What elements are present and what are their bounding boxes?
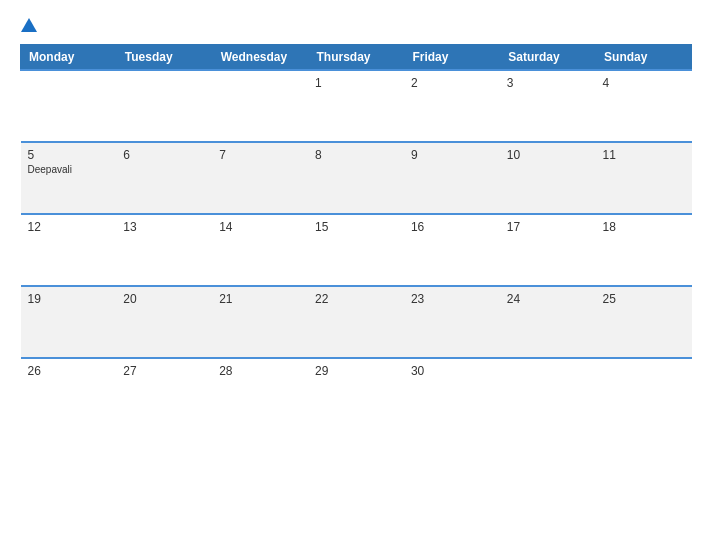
calendar-cell: 28 — [212, 358, 308, 430]
calendar-week-row: 1234 — [21, 70, 692, 142]
calendar-day-header: Wednesday — [212, 45, 308, 71]
day-number: 22 — [315, 292, 397, 306]
calendar-cell: 6 — [116, 142, 212, 214]
calendar-cell: 1 — [308, 70, 404, 142]
day-number: 27 — [123, 364, 205, 378]
calendar-cell: 10 — [500, 142, 596, 214]
calendar-week-row: 2627282930 — [21, 358, 692, 430]
calendar-day-header: Sunday — [596, 45, 692, 71]
day-number: 18 — [603, 220, 685, 234]
calendar-day-header: Friday — [404, 45, 500, 71]
calendar-cell: 5Deepavali — [21, 142, 117, 214]
calendar-cell: 27 — [116, 358, 212, 430]
calendar-cell: 17 — [500, 214, 596, 286]
calendar-cell: 23 — [404, 286, 500, 358]
day-number: 1 — [315, 76, 397, 90]
logo-triangle-icon — [21, 18, 37, 32]
calendar-cell: 9 — [404, 142, 500, 214]
calendar-cell: 22 — [308, 286, 404, 358]
day-number: 17 — [507, 220, 589, 234]
calendar-cell: 7 — [212, 142, 308, 214]
calendar-cell: 8 — [308, 142, 404, 214]
day-number: 15 — [315, 220, 397, 234]
calendar-cell: 2 — [404, 70, 500, 142]
header — [20, 18, 692, 34]
day-number: 16 — [411, 220, 493, 234]
day-number: 21 — [219, 292, 301, 306]
calendar-cell: 30 — [404, 358, 500, 430]
calendar-cell: 15 — [308, 214, 404, 286]
calendar-table: MondayTuesdayWednesdayThursdayFridaySatu… — [20, 44, 692, 430]
calendar-cell: 19 — [21, 286, 117, 358]
calendar-cell — [212, 70, 308, 142]
day-number: 11 — [603, 148, 685, 162]
calendar-cell — [21, 70, 117, 142]
calendar-cell: 20 — [116, 286, 212, 358]
calendar-cell: 13 — [116, 214, 212, 286]
day-number: 14 — [219, 220, 301, 234]
calendar-cell: 25 — [596, 286, 692, 358]
logo — [20, 18, 37, 34]
day-number: 10 — [507, 148, 589, 162]
day-number: 23 — [411, 292, 493, 306]
day-number: 12 — [28, 220, 110, 234]
calendar-page: MondayTuesdayWednesdayThursdayFridaySatu… — [0, 0, 712, 550]
calendar-day-header: Monday — [21, 45, 117, 71]
day-number: 20 — [123, 292, 205, 306]
country-label — [612, 18, 692, 26]
calendar-cell: 24 — [500, 286, 596, 358]
calendar-cell: 4 — [596, 70, 692, 142]
day-number: 2 — [411, 76, 493, 90]
calendar-day-header: Thursday — [308, 45, 404, 71]
calendar-cell: 29 — [308, 358, 404, 430]
day-number: 19 — [28, 292, 110, 306]
day-number: 26 — [28, 364, 110, 378]
calendar-week-row: 5Deepavali67891011 — [21, 142, 692, 214]
calendar-cell: 11 — [596, 142, 692, 214]
day-number: 7 — [219, 148, 301, 162]
calendar-day-header: Tuesday — [116, 45, 212, 71]
day-number: 3 — [507, 76, 589, 90]
calendar-cell: 3 — [500, 70, 596, 142]
calendar-cell — [500, 358, 596, 430]
calendar-day-header: Saturday — [500, 45, 596, 71]
event-label: Deepavali — [28, 164, 110, 175]
day-number: 5 — [28, 148, 110, 162]
day-number: 9 — [411, 148, 493, 162]
calendar-week-row: 19202122232425 — [21, 286, 692, 358]
day-number: 8 — [315, 148, 397, 162]
calendar-cell: 21 — [212, 286, 308, 358]
day-number: 29 — [315, 364, 397, 378]
calendar-cell: 18 — [596, 214, 692, 286]
calendar-cell — [116, 70, 212, 142]
day-number: 30 — [411, 364, 493, 378]
calendar-header-row: MondayTuesdayWednesdayThursdayFridaySatu… — [21, 45, 692, 71]
day-number: 24 — [507, 292, 589, 306]
calendar-cell: 14 — [212, 214, 308, 286]
day-number: 28 — [219, 364, 301, 378]
day-number: 25 — [603, 292, 685, 306]
calendar-cell: 16 — [404, 214, 500, 286]
day-number: 13 — [123, 220, 205, 234]
day-number: 4 — [603, 76, 685, 90]
calendar-cell: 26 — [21, 358, 117, 430]
calendar-cell — [596, 358, 692, 430]
calendar-cell: 12 — [21, 214, 117, 286]
day-number: 6 — [123, 148, 205, 162]
calendar-week-row: 12131415161718 — [21, 214, 692, 286]
